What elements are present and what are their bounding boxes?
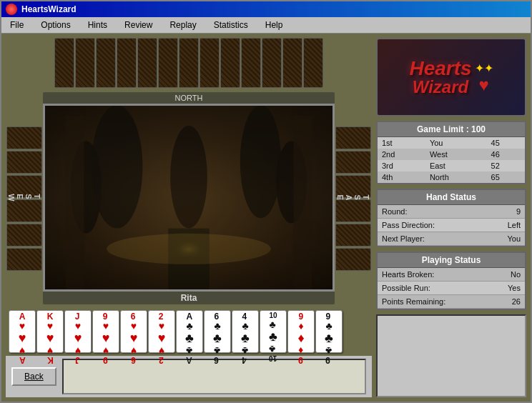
menu-help[interactable]: Help (260, 19, 289, 31)
north-card-8 (200, 38, 220, 88)
east-card-1 (335, 126, 371, 149)
score-rank-2: 2nd (378, 149, 425, 160)
north-card-3 (96, 38, 116, 88)
play-field (43, 104, 335, 292)
main-window: HeartsWizard File Options Hints Review R… (0, 0, 532, 403)
hand-card-11[interactable]: 9♦ ♦ 9♦ (287, 310, 315, 353)
north-card-4 (117, 38, 137, 88)
score-player-1: You (425, 137, 487, 149)
main-content: WEST NORTH (1, 34, 531, 402)
score-value-1: 45 (487, 137, 525, 149)
menu-file[interactable]: File (4, 19, 29, 31)
hand-status-header: Hand Status (378, 190, 525, 205)
west-card-5 (6, 224, 42, 247)
east-card-6 (335, 248, 371, 271)
north-card-13 (303, 38, 323, 88)
logo-area: Hearts Wizard ✦✦ ♥ (376, 38, 526, 116)
score-player-3: East (425, 160, 487, 171)
north-card-1 (54, 38, 74, 88)
score-row-4: 4th North 65 (378, 171, 525, 183)
playing-status-run: Possible Run: Yes (378, 282, 525, 295)
score-rank-3: 3rd (378, 160, 425, 171)
score-value-4: 65 (487, 171, 525, 183)
menu-replay[interactable]: Replay (164, 19, 202, 31)
logo: Hearts Wizard ✦✦ ♥ (409, 59, 493, 96)
north-card-6 (158, 38, 178, 88)
hand-card-3[interactable]: J♥ ♥ J♥ (64, 310, 92, 353)
svg-point-10 (107, 234, 271, 264)
back-button[interactable]: Back (11, 367, 56, 386)
playing-status-header: Playing Status (378, 253, 525, 268)
score-rank-4: 4th (378, 171, 425, 183)
playing-status-points: Points Remaining: 26 (378, 295, 525, 309)
hand-card-6[interactable]: 2♥ ♥ 2♥ (148, 310, 175, 353)
right-panel: Hearts Wizard ✦✦ ♥ Game Limit : 100 1 (376, 38, 526, 397)
north-card-12 (282, 38, 302, 88)
menu-options[interactable]: Options (35, 19, 76, 31)
west-card-1 (6, 126, 42, 149)
east-player-area: EAST (335, 92, 372, 304)
hand-card-8[interactable]: 6♣ ♣ 6♣ (204, 310, 231, 353)
playing-status-hearts: Hearts Broken: No (378, 268, 525, 282)
east-card-3 (335, 175, 371, 198)
score-player-4: North (425, 171, 487, 183)
east-card-2 (335, 151, 371, 174)
score-header: Game Limit : 100 (378, 122, 525, 137)
west-card-4 (6, 199, 42, 222)
app-icon (6, 4, 17, 15)
svg-rect-8 (66, 116, 84, 289)
north-card-9 (220, 38, 240, 88)
hand-card-12[interactable]: 9♣ ♣ 9♣ (315, 310, 343, 353)
score-rank-1: 1st (378, 137, 425, 149)
north-card-11 (262, 38, 282, 88)
hand-status-pass: Pass Direction: Left (378, 219, 525, 232)
north-card-10 (241, 38, 261, 88)
middle-row: WEST NORTH (6, 92, 372, 304)
menu-bar: File Options Hints Review Replay Statist… (1, 17, 531, 34)
score-row-2: 2nd West 46 (378, 149, 525, 160)
logo-wizard: Wizard (409, 79, 471, 96)
north-card-5 (137, 38, 157, 88)
hand-status-panel: Hand Status Round: 9 Pass Direction: Lef… (376, 189, 526, 247)
score-row-1: 1st You 45 (378, 137, 525, 149)
menu-hints[interactable]: Hints (82, 19, 113, 31)
menu-review[interactable]: Review (119, 19, 158, 31)
hand-card-4[interactable]: 9♥ ♥ 9♥ (92, 310, 119, 353)
score-player-2: West (425, 149, 487, 160)
logo-hearts: Hearts (409, 59, 471, 79)
hand-card-5[interactable]: 6♥ ♥ 6♥ (120, 310, 147, 353)
north-opponent-cards (6, 38, 372, 89)
svg-point-2 (240, 106, 281, 218)
info-box (376, 314, 526, 397)
west-card-3 (6, 175, 42, 198)
hand-card-7[interactable]: A♣ ♣ A♣ (176, 310, 203, 353)
player-hand: A♥ ♥ A♥ K♥ ♥ K♥ J♥ ♥ J♥ 9♥ (6, 307, 372, 353)
window-title: HeartsWizard (21, 4, 526, 14)
game-area: WEST NORTH (6, 38, 372, 397)
north-label: NORTH (43, 92, 335, 104)
hand-card-1[interactable]: A♥ ♥ A♥ (9, 310, 36, 353)
playing-status-panel: Playing Status Hearts Broken: No Possibl… (376, 252, 526, 310)
hand-status-next: Next Player: You (378, 232, 525, 246)
title-bar: HeartsWizard (1, 1, 531, 17)
west-card-2 (6, 151, 42, 174)
west-card-6 (6, 248, 42, 271)
east-card-4 (335, 199, 371, 222)
score-value-3: 52 (487, 160, 525, 171)
score-row-3: 3rd East 52 (378, 160, 525, 171)
hand-status-round: Round: 9 (378, 205, 525, 219)
logo-heart-icon: ♥ (478, 75, 488, 95)
logo-stars: ✦✦ (475, 61, 493, 75)
north-card-7 (179, 38, 199, 88)
east-card-5 (335, 224, 371, 247)
west-player-area: WEST (6, 92, 43, 304)
svg-point-3 (170, 126, 207, 229)
score-value-2: 46 (487, 149, 525, 160)
score-panel: Game Limit : 100 1st You 45 2nd West 46 … (376, 121, 526, 184)
menu-statistics[interactable]: Statistics (208, 19, 254, 31)
svg-rect-9 (293, 116, 312, 289)
hand-card-9[interactable]: 4♣ ♣ 4♣ (232, 310, 259, 353)
score-table: 1st You 45 2nd West 46 3rd East 52 (378, 137, 525, 183)
hand-card-10[interactable]: 10♣ ♣ 10♣ (260, 310, 287, 353)
hand-card-2[interactable]: K♥ ♥ K♥ (36, 310, 64, 353)
